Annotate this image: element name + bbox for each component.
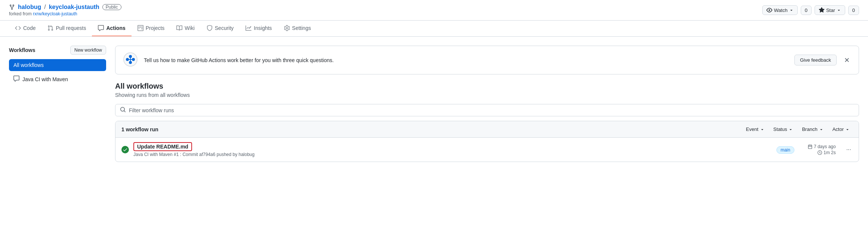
duration: 1m 2s: [824, 150, 836, 155]
runs-filters: Event Status Branch Actor: [743, 125, 853, 134]
code-icon: [15, 25, 21, 31]
tab-code-label: Code: [23, 25, 35, 31]
branch-badge[interactable]: main: [776, 146, 794, 154]
top-header: halobug / keycloak-justauth Public forke…: [0, 0, 868, 21]
banner-text: Tell us how to make GitHub Actions work …: [144, 57, 788, 63]
wiki-icon: [176, 25, 182, 31]
watch-label: Watch: [774, 7, 787, 13]
branch-filter-button[interactable]: Branch: [799, 125, 826, 134]
tab-wiki-label: Wiki: [185, 25, 194, 31]
run-name[interactable]: Update README.md: [133, 142, 192, 151]
repo-info: halobug / keycloak-justauth Public forke…: [9, 4, 121, 16]
pr-icon: [47, 25, 53, 31]
tab-security[interactable]: Security: [201, 21, 240, 36]
content-area: Tell us how to make GitHub Actions work …: [115, 46, 859, 215]
section-title: All workflows: [115, 82, 859, 91]
svg-point-1: [126, 58, 129, 61]
run-actions: ···: [845, 145, 853, 154]
watch-count: 0: [801, 6, 812, 15]
branch-filter-label: Branch: [802, 126, 817, 132]
svg-point-3: [129, 55, 132, 58]
time-ago: 7 days ago: [814, 144, 836, 149]
settings-icon: [284, 25, 290, 31]
give-feedback-button[interactable]: Give feedback: [794, 55, 837, 65]
status-filter-button[interactable]: Status: [770, 125, 796, 134]
filter-bar: [115, 104, 859, 116]
search-icon: [120, 107, 126, 114]
run-time-ago-row: 7 days ago: [808, 144, 836, 149]
run-branch: main: [776, 147, 794, 153]
workflow-icon: [13, 76, 19, 83]
projects-icon: [138, 25, 143, 31]
more-actions-button[interactable]: ···: [845, 145, 853, 154]
main-content: Workflows New workflow All workflows Jav…: [0, 37, 868, 224]
calendar-icon: [808, 144, 812, 149]
eye-icon: [766, 7, 772, 13]
watch-button[interactable]: Watch: [762, 5, 797, 15]
status-chevron-icon: [788, 127, 793, 132]
nav-tabs: Code Pull requests Actions Projects Wiki…: [0, 21, 868, 37]
run-time-info: 7 days ago 1m 2s: [808, 144, 836, 155]
chevron-down-icon: [789, 8, 794, 12]
workflow-item-label: Java CI with Maven: [22, 76, 68, 82]
tab-insights[interactable]: Insights: [240, 21, 278, 36]
tab-settings[interactable]: Settings: [278, 21, 317, 36]
security-icon: [207, 25, 213, 31]
all-workflows-button[interactable]: All workflows: [9, 59, 106, 71]
workflow-item-java-ci[interactable]: Java CI with Maven: [9, 73, 106, 86]
star-count: 0: [848, 6, 859, 15]
actions-icon: [98, 25, 104, 31]
section-subtitle: Showing runs from all workflows: [115, 92, 859, 98]
svg-point-4: [129, 61, 132, 64]
star-icon: [819, 7, 825, 13]
tab-projects-label: Projects: [146, 25, 165, 31]
feedback-banner: Tell us how to make GitHub Actions work …: [115, 46, 859, 74]
run-info: Update README.md Java CI with Maven #1 :…: [133, 142, 772, 157]
svg-point-2: [132, 58, 135, 61]
insights-icon: [245, 25, 251, 31]
status-filter-label: Status: [773, 126, 787, 132]
event-filter-button[interactable]: Event: [743, 125, 767, 134]
event-chevron-icon: [760, 127, 764, 132]
repo-link[interactable]: keycloak-justauth: [49, 4, 99, 10]
run-meta: Java CI with Maven #1 : Commit af794a6 p…: [133, 152, 772, 157]
runs-table: 1 workflow run Event Status Branch: [115, 121, 859, 162]
run-commit: : Commit af794a6 pushed by halobug: [180, 152, 254, 157]
table-row: Update README.md Java CI with Maven #1 :…: [115, 138, 859, 162]
actor-chevron-icon: [845, 127, 850, 132]
repo-title: halobug / keycloak-justauth Public: [9, 4, 121, 10]
org-link[interactable]: halobug: [18, 4, 41, 10]
separator: /: [44, 4, 46, 10]
tab-pull-requests[interactable]: Pull requests: [41, 21, 92, 36]
tab-insights-label: Insights: [254, 25, 272, 31]
run-workflow: Java CI with Maven #1: [133, 152, 179, 157]
tab-actions-label: Actions: [106, 25, 125, 31]
event-filter-label: Event: [746, 126, 758, 132]
run-duration-row: 1m 2s: [818, 150, 836, 155]
branch-chevron-icon: [819, 127, 824, 132]
tab-actions[interactable]: Actions: [92, 21, 131, 36]
fork-source-link[interactable]: rxrw/keycloak-justauth: [33, 11, 77, 16]
tab-security-label: Security: [215, 25, 234, 31]
workflows-title: Workflows: [9, 47, 35, 53]
fork-info: forked from rxrw/keycloak-justauth: [9, 11, 121, 16]
runs-count: 1 workflow run: [121, 126, 158, 132]
tab-wiki[interactable]: Wiki: [170, 21, 200, 36]
tab-projects[interactable]: Projects: [132, 21, 171, 36]
run-status-icon: [121, 146, 129, 153]
run-name-row: Update README.md: [133, 142, 772, 151]
runs-header: 1 workflow run Event Status Branch: [115, 121, 859, 138]
banner-icon: [123, 52, 138, 68]
star-button[interactable]: Star: [815, 5, 845, 15]
filter-input[interactable]: [129, 107, 854, 113]
new-workflow-button[interactable]: New workflow: [70, 46, 106, 55]
sidebar-header: Workflows New workflow: [9, 46, 106, 55]
actor-filter-label: Actor: [833, 126, 844, 132]
actor-filter-button[interactable]: Actor: [830, 125, 853, 134]
header-actions: Watch 0 Star 0: [762, 5, 859, 15]
tab-code[interactable]: Code: [9, 21, 41, 36]
chevron-down-icon-star: [837, 8, 841, 12]
close-banner-button[interactable]: ✕: [843, 57, 851, 64]
tab-pr-label: Pull requests: [56, 25, 86, 31]
star-label: Star: [826, 7, 835, 13]
